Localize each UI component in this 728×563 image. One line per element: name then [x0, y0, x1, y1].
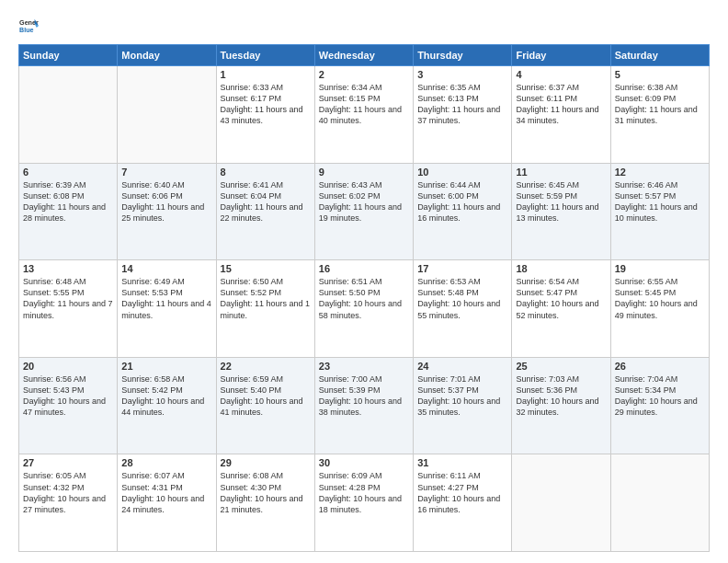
calendar-week-row: 20Sunrise: 6:56 AM Sunset: 5:43 PM Dayli… [19, 357, 710, 454]
calendar-cell: 16Sunrise: 6:51 AM Sunset: 5:50 PM Dayli… [314, 260, 413, 358]
day-number: 20 [23, 361, 113, 372]
calendar-week-row: 1Sunrise: 6:33 AM Sunset: 6:17 PM Daylig… [19, 66, 710, 164]
weekday-header-tuesday: Tuesday [216, 45, 314, 66]
day-info: Sunrise: 6:38 AM Sunset: 6:09 PM Dayligh… [615, 82, 705, 127]
day-info: Sunrise: 6:59 AM Sunset: 5:40 PM Dayligh… [221, 373, 311, 419]
weekday-header-thursday: Thursday [414, 45, 512, 66]
calendar-table: SundayMondayTuesdayWednesdayThursdayFrid… [18, 44, 710, 552]
day-info: Sunrise: 6:48 AM Sunset: 5:55 PM Dayligh… [23, 276, 113, 321]
day-number: 29 [221, 457, 311, 468]
calendar-cell [610, 454, 709, 552]
calendar-cell: 26Sunrise: 7:04 AM Sunset: 5:34 PM Dayli… [610, 357, 709, 454]
weekday-header-monday: Monday [118, 45, 216, 66]
day-info: Sunrise: 6:37 AM Sunset: 6:11 PM Dayligh… [516, 82, 606, 127]
calendar-cell: 15Sunrise: 6:50 AM Sunset: 5:52 PM Dayli… [216, 260, 314, 358]
day-number: 3 [417, 69, 507, 80]
calendar-cell: 7Sunrise: 6:40 AM Sunset: 6:06 PM Daylig… [118, 163, 216, 260]
day-info: Sunrise: 6:55 AM Sunset: 5:45 PM Dayligh… [615, 276, 705, 321]
calendar-cell: 2Sunrise: 6:34 AM Sunset: 6:15 PM Daylig… [314, 66, 413, 164]
day-info: Sunrise: 7:03 AM Sunset: 5:36 PM Dayligh… [516, 373, 606, 419]
day-number: 12 [615, 167, 705, 178]
day-info: Sunrise: 6:08 AM Sunset: 4:30 PM Dayligh… [221, 470, 311, 515]
day-info: Sunrise: 6:33 AM Sunset: 6:17 PM Dayligh… [221, 82, 311, 127]
day-info: Sunrise: 6:11 AM Sunset: 4:27 PM Dayligh… [417, 470, 507, 515]
day-info: Sunrise: 6:45 AM Sunset: 5:59 PM Dayligh… [516, 179, 606, 224]
day-number: 27 [23, 457, 113, 468]
day-number: 24 [417, 361, 507, 372]
day-number: 13 [23, 263, 113, 274]
calendar-cell: 10Sunrise: 6:44 AM Sunset: 6:00 PM Dayli… [414, 163, 512, 260]
day-info: Sunrise: 6:50 AM Sunset: 5:52 PM Dayligh… [221, 276, 311, 321]
day-number: 8 [221, 167, 311, 178]
day-info: Sunrise: 6:46 AM Sunset: 5:57 PM Dayligh… [615, 179, 705, 224]
day-info: Sunrise: 6:49 AM Sunset: 5:53 PM Dayligh… [121, 276, 211, 321]
calendar-cell: 22Sunrise: 6:59 AM Sunset: 5:40 PM Dayli… [216, 357, 314, 454]
weekday-header-row: SundayMondayTuesdayWednesdayThursdayFrid… [19, 45, 710, 66]
calendar-cell: 20Sunrise: 6:56 AM Sunset: 5:43 PM Dayli… [19, 357, 118, 454]
weekday-header-wednesday: Wednesday [314, 45, 413, 66]
weekday-header-friday: Friday [512, 45, 610, 66]
weekday-header-sunday: Sunday [19, 45, 118, 66]
day-info: Sunrise: 6:44 AM Sunset: 6:00 PM Dayligh… [417, 179, 507, 224]
calendar-cell: 19Sunrise: 6:55 AM Sunset: 5:45 PM Dayli… [610, 260, 709, 358]
page: General Blue SundayMondayTuesdayWednesda… [0, 0, 728, 563]
calendar-cell: 13Sunrise: 6:48 AM Sunset: 5:55 PM Dayli… [19, 260, 118, 358]
day-info: Sunrise: 6:53 AM Sunset: 5:48 PM Dayligh… [417, 276, 507, 321]
calendar-cell: 21Sunrise: 6:58 AM Sunset: 5:42 PM Dayli… [118, 357, 216, 454]
day-number: 28 [121, 457, 211, 468]
day-info: Sunrise: 6:56 AM Sunset: 5:43 PM Dayligh… [23, 373, 113, 419]
calendar-cell: 17Sunrise: 6:53 AM Sunset: 5:48 PM Dayli… [414, 260, 512, 358]
calendar-cell: 5Sunrise: 6:38 AM Sunset: 6:09 PM Daylig… [610, 66, 709, 164]
day-number: 4 [516, 69, 606, 80]
calendar-cell [118, 66, 216, 164]
day-info: Sunrise: 6:05 AM Sunset: 4:32 PM Dayligh… [23, 470, 113, 515]
day-number: 11 [516, 167, 606, 178]
day-number: 16 [319, 263, 409, 274]
day-number: 17 [417, 263, 507, 274]
calendar-cell [512, 454, 610, 552]
day-number: 2 [319, 69, 409, 80]
day-info: Sunrise: 6:51 AM Sunset: 5:50 PM Dayligh… [319, 276, 409, 321]
calendar-cell: 6Sunrise: 6:39 AM Sunset: 6:08 PM Daylig… [19, 163, 118, 260]
day-number: 6 [23, 167, 113, 178]
day-number: 5 [615, 69, 705, 80]
day-info: Sunrise: 7:00 AM Sunset: 5:39 PM Dayligh… [319, 373, 409, 419]
calendar-cell [19, 66, 118, 164]
day-info: Sunrise: 6:41 AM Sunset: 6:04 PM Dayligh… [221, 179, 311, 224]
day-info: Sunrise: 6:58 AM Sunset: 5:42 PM Dayligh… [121, 373, 211, 419]
calendar-cell: 25Sunrise: 7:03 AM Sunset: 5:36 PM Dayli… [512, 357, 610, 454]
day-number: 31 [417, 457, 507, 468]
header: General Blue [18, 17, 710, 37]
calendar-cell: 30Sunrise: 6:09 AM Sunset: 4:28 PM Dayli… [314, 454, 413, 552]
day-info: Sunrise: 6:09 AM Sunset: 4:28 PM Dayligh… [319, 470, 409, 515]
day-number: 9 [319, 167, 409, 178]
day-info: Sunrise: 6:39 AM Sunset: 6:08 PM Dayligh… [23, 179, 113, 224]
calendar-cell: 8Sunrise: 6:41 AM Sunset: 6:04 PM Daylig… [216, 163, 314, 260]
day-number: 30 [319, 457, 409, 468]
calendar-cell: 31Sunrise: 6:11 AM Sunset: 4:27 PM Dayli… [414, 454, 512, 552]
day-info: Sunrise: 7:04 AM Sunset: 5:34 PM Dayligh… [615, 373, 705, 419]
calendar-week-row: 6Sunrise: 6:39 AM Sunset: 6:08 PM Daylig… [19, 163, 710, 260]
day-info: Sunrise: 7:01 AM Sunset: 5:37 PM Dayligh… [417, 373, 507, 419]
calendar-cell: 29Sunrise: 6:08 AM Sunset: 4:30 PM Dayli… [216, 454, 314, 552]
day-info: Sunrise: 6:34 AM Sunset: 6:15 PM Dayligh… [319, 82, 409, 127]
day-info: Sunrise: 6:43 AM Sunset: 6:02 PM Dayligh… [319, 179, 409, 224]
day-number: 19 [615, 263, 705, 274]
day-number: 21 [121, 361, 211, 372]
day-info: Sunrise: 6:35 AM Sunset: 6:13 PM Dayligh… [417, 82, 507, 127]
calendar-cell: 3Sunrise: 6:35 AM Sunset: 6:13 PM Daylig… [414, 66, 512, 164]
calendar-cell: 27Sunrise: 6:05 AM Sunset: 4:32 PM Dayli… [19, 454, 118, 552]
day-info: Sunrise: 6:07 AM Sunset: 4:31 PM Dayligh… [121, 470, 211, 515]
day-number: 1 [221, 69, 311, 80]
calendar-cell: 14Sunrise: 6:49 AM Sunset: 5:53 PM Dayli… [118, 260, 216, 358]
calendar-cell: 4Sunrise: 6:37 AM Sunset: 6:11 PM Daylig… [512, 66, 610, 164]
day-number: 14 [121, 263, 211, 274]
calendar-cell: 18Sunrise: 6:54 AM Sunset: 5:47 PM Dayli… [512, 260, 610, 358]
calendar-cell: 9Sunrise: 6:43 AM Sunset: 6:02 PM Daylig… [314, 163, 413, 260]
calendar-cell: 11Sunrise: 6:45 AM Sunset: 5:59 PM Dayli… [512, 163, 610, 260]
calendar-cell: 28Sunrise: 6:07 AM Sunset: 4:31 PM Dayli… [118, 454, 216, 552]
weekday-header-saturday: Saturday [610, 45, 709, 66]
calendar-cell: 24Sunrise: 7:01 AM Sunset: 5:37 PM Dayli… [414, 357, 512, 454]
calendar-cell: 12Sunrise: 6:46 AM Sunset: 5:57 PM Dayli… [610, 163, 709, 260]
day-number: 25 [516, 361, 606, 372]
